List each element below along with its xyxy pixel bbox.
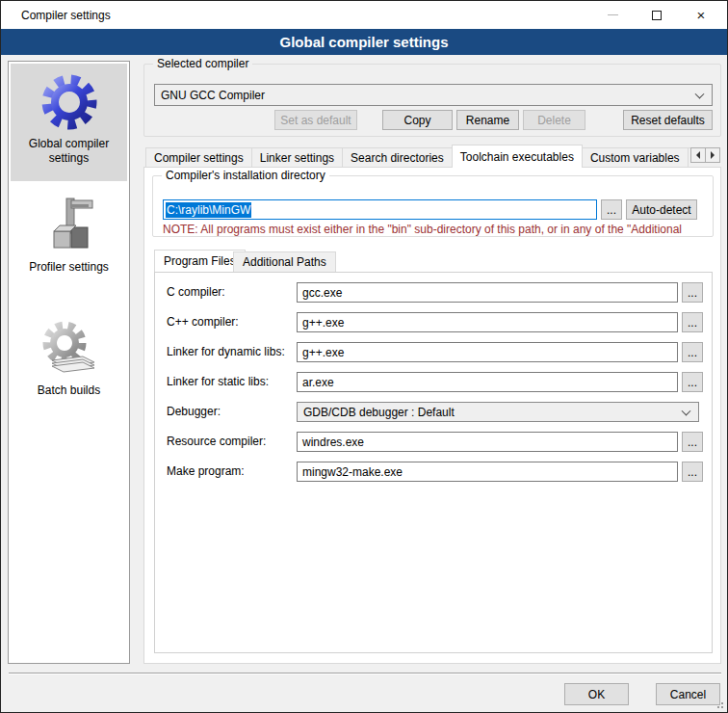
field-row-make-program: Make program: mingw32-make.exe ... (155, 462, 712, 482)
rename-button[interactable]: Rename (456, 110, 519, 130)
tab-compiler-settings[interactable]: Compiler settings (145, 147, 252, 168)
maximize-button[interactable] (635, 1, 679, 29)
settings-category-list: Global compiler settings Profiler settin… (8, 61, 130, 664)
blue-gear-icon (11, 69, 127, 135)
compiler-settings-dialog: Compiler settings × Global compiler sett… (0, 0, 728, 713)
installation-directory-group: Compiler's installation directory C:\ray… (152, 175, 714, 237)
tab-custom-variables[interactable]: Custom variables (582, 147, 689, 168)
c-compiler-value: gcc.exe (302, 286, 342, 300)
debugger-value: GDB/CDB debugger : Default (303, 406, 455, 419)
resource-compiler-browse-button[interactable]: ... (682, 432, 703, 452)
copy-button[interactable]: Copy (382, 110, 453, 130)
banner-title: Global compiler settings (279, 34, 448, 50)
cpp-compiler-browse-button[interactable]: ... (682, 312, 703, 332)
make-program-value: mingw32-make.exe (302, 465, 403, 479)
dynamic-linker-value: g++.exe (302, 346, 344, 359)
field-row-cpp-compiler: C++ compiler: g++.exe ... (155, 312, 712, 332)
c-compiler-browse-button[interactable]: ... (682, 282, 703, 303)
resource-compiler-input[interactable]: windres.exe (297, 432, 678, 452)
field-row-debugger: Debugger: GDB/CDB debugger : Default (155, 402, 712, 422)
program-files-page: C compiler: gcc.exe ... C++ compiler: g+… (154, 272, 713, 653)
tab-linker-settings[interactable]: Linker settings (251, 147, 343, 168)
dynamic-linker-input[interactable]: g++.exe (297, 342, 678, 362)
debugger-label: Debugger: (167, 405, 221, 418)
cpp-compiler-input[interactable]: g++.exe (297, 312, 678, 332)
chevron-down-icon (695, 89, 705, 98)
static-linker-browse-button[interactable]: ... (682, 372, 703, 392)
minimize-icon (608, 14, 618, 15)
sidebar-item-label: Global compiler settings (11, 135, 127, 173)
dialog-banner: Global compiler settings (1, 29, 727, 55)
resize-grip[interactable] (715, 700, 724, 709)
toolchain-executables-panel: Compiler's installation directory C:\ray… (143, 167, 721, 664)
installation-directory-group-label: Compiler's installation directory (162, 169, 329, 182)
selected-path-text: C:\raylib\MinGW (166, 202, 251, 218)
static-linker-input[interactable]: ar.exe (297, 372, 678, 392)
resource-compiler-value: windres.exe (302, 436, 364, 449)
set-as-default-button[interactable]: Set as default (274, 110, 357, 130)
footer-separator (9, 673, 721, 674)
make-program-input[interactable]: mingw32-make.exe (297, 462, 678, 482)
sidebar-item-batch-builds[interactable]: Batch builds (11, 310, 127, 410)
resource-compiler-label: Resource compiler: (167, 435, 266, 448)
static-linker-label: Linker for static libs: (167, 375, 269, 388)
compiler-select-value: GNU GCC Compiler (161, 89, 265, 102)
sidebar-item-label: Profiler settings (11, 258, 127, 282)
cpp-compiler-value: g++.exe (302, 316, 344, 330)
auto-detect-button[interactable]: Auto-detect (626, 199, 697, 220)
triangle-left-icon (692, 151, 700, 159)
selected-compiler-group: Selected compiler GNU GCC Compiler Set a… (143, 64, 721, 137)
tab-search-directories[interactable]: Search directories (342, 147, 453, 168)
minimize-button[interactable] (590, 1, 635, 29)
compiler-select[interactable]: GNU GCC Compiler (154, 84, 713, 106)
sidebar-item-profiler-settings[interactable]: Profiler settings (11, 187, 127, 287)
field-row-dynamic-linker: Linker for dynamic libs: g++.exe ... (155, 342, 712, 362)
selected-compiler-group-label: Selected compiler (153, 57, 252, 70)
c-compiler-label: C compiler: (167, 285, 225, 299)
make-program-label: Make program: (167, 464, 245, 478)
dynamic-linker-label: Linker for dynamic libs: (167, 345, 285, 358)
c-compiler-input[interactable]: gcc.exe (297, 282, 678, 303)
triangle-right-icon (711, 151, 718, 159)
titlebar[interactable]: Compiler settings × (1, 1, 727, 29)
window-title: Compiler settings (21, 9, 111, 22)
subtab-additional-paths[interactable]: Additional Paths (233, 251, 336, 272)
static-linker-value: ar.exe (302, 376, 334, 389)
caliper-icon (11, 193, 127, 258)
make-program-browse-button[interactable]: ... (682, 462, 703, 482)
cpp-compiler-label: C++ compiler: (167, 315, 239, 329)
gray-gear-stack-icon (11, 316, 127, 382)
close-button[interactable]: × (679, 1, 723, 29)
field-row-c-compiler: C compiler: gcc.exe ... (155, 282, 712, 303)
sidebar-item-label: Batch builds (11, 382, 127, 406)
field-row-resource-compiler: Resource compiler: windres.exe ... (155, 432, 712, 452)
sidebar-item-global-compiler-settings[interactable]: Global compiler settings (11, 64, 127, 181)
reset-defaults-button[interactable]: Reset defaults (623, 110, 713, 130)
debugger-select[interactable]: GDB/CDB debugger : Default (297, 402, 699, 422)
maximize-icon (652, 11, 662, 20)
subtab-program-files[interactable]: Program Files (154, 250, 246, 272)
tab-scroll-right-button[interactable] (705, 147, 720, 163)
tab-scroll-left-button[interactable] (690, 147, 706, 163)
main-tabstrip: Compiler settings Linker settings Search… (145, 145, 690, 168)
cancel-button[interactable]: Cancel (656, 683, 720, 705)
close-icon: × (697, 8, 706, 22)
tab-toolchain-executables[interactable]: Toolchain executables (452, 145, 583, 168)
delete-button[interactable]: Delete (523, 110, 585, 130)
browse-directory-button[interactable]: ... (601, 199, 622, 220)
installation-note: NOTE: All programs must exist either in … (163, 223, 727, 236)
ok-button[interactable]: OK (564, 683, 629, 705)
chevron-down-icon (682, 406, 691, 415)
installation-directory-input[interactable]: C:\raylib\MinGW (163, 199, 597, 220)
dynamic-linker-browse-button[interactable]: ... (682, 342, 703, 362)
field-row-static-linker: Linker for static libs: ar.exe ... (155, 372, 712, 392)
